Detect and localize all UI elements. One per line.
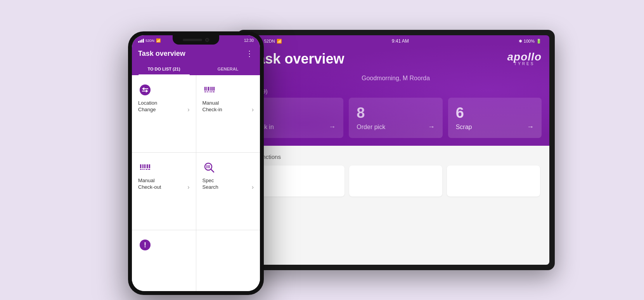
tablet-time: 9:41 AM (392, 38, 409, 44)
manual-checkin-label-row: ManualCheck-in › (203, 100, 254, 113)
tablet-bottom-cards (251, 166, 540, 197)
svg-rect-17 (149, 164, 150, 168)
tablet-scrap-arrow: → (527, 123, 534, 131)
svg-rect-18 (140, 169, 142, 170)
signal-bar-4 (143, 39, 144, 43)
tablet-greeting: Goodmorning, M Roorda (242, 67, 549, 88)
tablet-order-pick-number: 8 (357, 105, 435, 121)
tablet-task-cards: eck in → 8 Order pick → 6 (242, 98, 549, 146)
tablet-screen: ▲▲▲ 52DN 📶 9:41 AM ✱ 100% 🔋 Task overvie… (242, 35, 549, 265)
tablet-checkin-arrow: → (329, 123, 336, 131)
tablet-general-functions-label: al functions (251, 153, 540, 160)
svg-point-0 (140, 84, 151, 95)
manual-checkout-icon-container (138, 160, 152, 174)
signal-bar-2 (140, 40, 141, 43)
tablet-carrier: 52DN (264, 39, 275, 43)
svg-rect-1 (204, 87, 206, 91)
svg-rect-2 (206, 87, 207, 91)
phone-screen: 52DN 📶 ▼▲ 12:30 Task overview ⋮ TO DO LI… (132, 35, 260, 291)
grid-item-alert[interactable]: ! (132, 230, 196, 291)
manual-checkin-arrow: › (252, 106, 254, 113)
svg-rect-25 (206, 165, 207, 168)
spec-search-arrow: › (252, 184, 254, 191)
tablet-device: ▲▲▲ 52DN 📶 9:41 AM ✱ 100% 🔋 Task overvie… (237, 30, 555, 270)
grid-item-spec-search[interactable]: SpecSearch › (196, 153, 260, 230)
svg-rect-20 (144, 169, 145, 170)
phone-carrier: 52DN (145, 39, 154, 43)
tablet-status-bar: ▲▲▲ 52DN 📶 9:41 AM ✱ 100% 🔋 (242, 35, 549, 44)
tablet-title-area: Task overview apollo TYRES (242, 47, 549, 67)
tablet-todo-header: ist (19) (242, 88, 549, 98)
manual-checkout-label-row: ManualCheck-out › (138, 178, 190, 191)
signal-bar-3 (141, 40, 142, 43)
arrows-horizontal-icon (139, 84, 151, 96)
svg-rect-27 (208, 165, 209, 168)
svg-rect-28 (209, 165, 210, 168)
location-change-label: LocationChange (138, 100, 157, 113)
phone-page-title: Task overview (138, 50, 185, 58)
svg-rect-13 (142, 164, 143, 168)
svg-rect-21 (146, 169, 147, 170)
grid-item-empty (196, 230, 260, 291)
phone-tabs: TO DO LIST (21) GENERAL (132, 63, 260, 75)
tablet-card-order-pick[interactable]: 8 Order pick → (349, 98, 442, 138)
tablet-scrap-number: 6 (456, 105, 534, 121)
svg-rect-5 (211, 87, 213, 91)
spec-search-label: SpecSearch (203, 178, 218, 191)
phone-camera (205, 38, 209, 42)
tablet-page-title: Task overview (250, 51, 344, 67)
tablet-bottom-card-1[interactable] (251, 166, 345, 197)
apollo-logo: apollo TYRES (507, 51, 542, 66)
phone-speaker (183, 39, 202, 41)
svg-rect-11 (213, 91, 215, 92)
svg-text:!: ! (144, 241, 146, 249)
svg-rect-15 (145, 164, 146, 168)
tablet-battery: 100% (524, 39, 535, 43)
grid-item-manual-checkout[interactable]: ManualCheck-out › (132, 153, 196, 230)
svg-rect-16 (147, 164, 148, 168)
magnify-barcode-icon (203, 161, 216, 174)
tablet-bottom-card-2[interactable] (349, 166, 442, 197)
manual-checkin-icon-container (203, 83, 216, 97)
svg-rect-12 (140, 164, 141, 168)
phone-status-right: 12:30 (244, 38, 254, 43)
grid-item-manual-checkin[interactable]: ManualCheck-in › (196, 75, 260, 152)
scene: ▲▲▲ 52DN 📶 9:41 AM ✱ 100% 🔋 Task overvie… (89, 14, 555, 286)
tab-general-label: GENERAL (218, 67, 239, 71)
svg-rect-3 (208, 87, 209, 91)
svg-rect-22 (148, 169, 150, 170)
tablet-card-scrap[interactable]: 6 Scrap → (448, 98, 542, 138)
exclamation-icon: ! (139, 239, 151, 251)
tablet-order-pick-label: Order pick (357, 124, 385, 131)
grid-item-location-change[interactable]: LocationChange › (132, 75, 196, 152)
phone-time: 12:30 (244, 38, 254, 43)
svg-rect-4 (210, 87, 211, 91)
signal-bars (138, 39, 144, 43)
svg-rect-26 (208, 165, 208, 168)
phone-more-button[interactable]: ⋮ (246, 49, 254, 58)
barcode-checkin-icon (203, 84, 216, 96)
svg-rect-7 (204, 91, 206, 92)
svg-line-24 (211, 169, 214, 172)
spec-search-label-row: SpecSearch › (203, 178, 254, 191)
tablet-card-checkin[interactable]: eck in → (250, 98, 343, 138)
location-change-icon-container (138, 83, 152, 97)
svg-rect-8 (207, 91, 208, 92)
tab-todo-list[interactable]: TO DO LIST (21) (132, 63, 196, 75)
manual-checkin-label: ManualCheck-in (203, 100, 222, 113)
alert-icon-container: ! (138, 238, 152, 252)
phone-status-left: 52DN 📶 (138, 38, 161, 43)
location-change-label-row: LocationChange › (138, 100, 190, 113)
phone-header: Task overview ⋮ (132, 45, 260, 63)
signal-bar-1 (138, 41, 139, 43)
svg-rect-6 (213, 87, 215, 91)
tab-general[interactable]: GENERAL (196, 63, 260, 75)
phone-device: 52DN 📶 ▼▲ 12:30 Task overview ⋮ TO DO LI… (128, 31, 264, 295)
tablet-bottom-card-3[interactable] (447, 166, 540, 197)
tablet-order-pick-arrow: → (428, 123, 435, 131)
manual-checkout-label: ManualCheck-out (138, 178, 161, 191)
spec-search-icon-container (203, 160, 216, 174)
phone-task-grid: LocationChange › (132, 75, 260, 291)
tablet-status-right: ✱ 100% 🔋 (519, 39, 542, 44)
tab-todo-label: TO DO LIST (21) (147, 67, 180, 71)
